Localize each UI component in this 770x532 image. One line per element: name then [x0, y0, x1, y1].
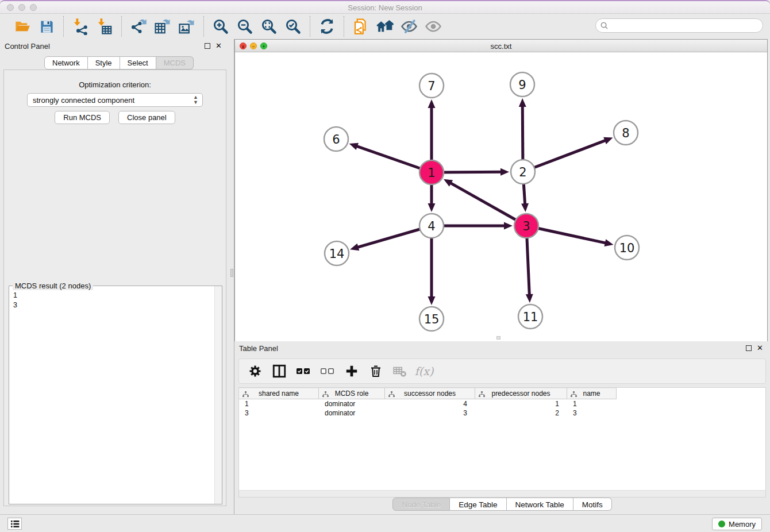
- mcds-result-line: 1: [13, 291, 214, 300]
- svg-text:10: 10: [619, 241, 635, 255]
- search-input[interactable]: [595, 18, 763, 33]
- fx-label: f(x): [415, 365, 434, 377]
- graph-node-3[interactable]: 3: [514, 214, 538, 238]
- zoom-in-icon[interactable]: [211, 17, 230, 36]
- column-header-shared-name[interactable]: shared name: [239, 388, 319, 399]
- mcds-result-title: MCDS result (2 nodes): [13, 282, 93, 290]
- graph-node-14[interactable]: 14: [325, 241, 349, 265]
- close-table-panel-icon[interactable]: ✕: [757, 344, 763, 352]
- graph-node-1[interactable]: 1: [419, 160, 444, 184]
- network-graph[interactable]: 7968124314101511: [235, 52, 767, 341]
- graph-arrowhead-1-2: [500, 168, 509, 176]
- import-table-icon[interactable]: [95, 17, 114, 36]
- graph-node-7[interactable]: 7: [419, 74, 444, 98]
- table-cell[interactable]: 2: [475, 408, 567, 418]
- app-titlebar: Session: New Session: [0, 1, 770, 14]
- column-header-MCDS-role[interactable]: MCDS role: [319, 388, 385, 399]
- table-header-row: shared nameMCDS rolesuccessor nodesprede…: [239, 388, 765, 399]
- task-history-button[interactable]: [7, 518, 22, 530]
- panel-splitter[interactable]: [230, 39, 234, 514]
- table-cell[interactable]: dominator: [319, 399, 385, 408]
- close-panel-button[interactable]: Close panel: [118, 111, 175, 124]
- float-panel-icon[interactable]: [205, 43, 210, 49]
- optimization-criterion-select[interactable]: strongly connected component ▲▼: [27, 93, 203, 107]
- graph-arrowhead-2-9: [519, 98, 526, 107]
- network-window-titlebar[interactable]: x − + scc.txt: [235, 40, 767, 52]
- tab-mcds[interactable]: MCDS: [156, 56, 194, 70]
- add-column-icon[interactable]: [342, 362, 361, 380]
- zoom-selected-icon[interactable]: [283, 17, 303, 36]
- table-cell[interactable]: dominator: [319, 408, 385, 418]
- graph-node-6[interactable]: 6: [324, 127, 348, 151]
- column-header-name[interactable]: name: [567, 388, 617, 399]
- graph-node-4[interactable]: 4: [419, 214, 444, 238]
- table-row[interactable]: 1dominator411: [239, 399, 765, 408]
- tab-network[interactable]: Network: [44, 56, 88, 70]
- graph-node-11[interactable]: 11: [518, 304, 542, 329]
- zoom-fit-icon[interactable]: [259, 17, 279, 36]
- float-table-panel-icon[interactable]: [746, 345, 752, 351]
- deselect-all-icon[interactable]: [318, 362, 337, 380]
- export-network-icon[interactable]: [129, 17, 148, 36]
- table-cell[interactable]: 3: [239, 408, 319, 418]
- select-stepper-icon: ▲▼: [193, 95, 198, 105]
- tab-motifs[interactable]: Motifs: [573, 498, 612, 511]
- splitter-handle-icon[interactable]: [230, 269, 233, 277]
- svg-text:15: 15: [424, 313, 440, 326]
- graph-node-10[interactable]: 10: [615, 236, 639, 260]
- status-bar: Memory: [0, 514, 770, 532]
- graph-node-15[interactable]: 15: [419, 307, 444, 331]
- column-visibility-icon[interactable]: [270, 362, 288, 380]
- zoom-out-icon[interactable]: [235, 17, 255, 36]
- import-network-icon[interactable]: [71, 17, 90, 36]
- network-resize-handle-icon[interactable]: [496, 336, 500, 340]
- tab-style[interactable]: Style: [88, 56, 120, 70]
- optimization-criterion-value: strongly connected component: [33, 96, 134, 105]
- tab-select[interactable]: Select: [120, 56, 156, 70]
- mcds-result-list[interactable]: 13: [9, 291, 214, 310]
- table-cell[interactable]: 1: [567, 399, 617, 408]
- memory-label: Memory: [729, 520, 756, 529]
- control-panel-tabs: NetworkStyleSelectMCDS: [44, 56, 194, 70]
- table-tabs: Node TableEdge TableNetwork TableMotifs: [234, 498, 770, 511]
- run-mcds-button[interactable]: Run MCDS: [55, 111, 110, 124]
- graph-arrowhead-3-10: [605, 239, 614, 246]
- svg-text:3: 3: [522, 219, 530, 233]
- save-session-icon[interactable]: [37, 17, 56, 36]
- close-panel-icon[interactable]: ✕: [215, 41, 222, 50]
- svg-text:6: 6: [332, 133, 340, 147]
- graph-edge-2-8[interactable]: [523, 140, 606, 172]
- table-cell[interactable]: 1: [239, 399, 319, 408]
- column-header-successor-nodes[interactable]: successor nodes: [385, 388, 475, 399]
- graph-arrowhead-4-15: [428, 296, 436, 305]
- table-cell[interactable]: 4: [385, 399, 475, 408]
- graph-node-2[interactable]: 2: [511, 160, 535, 184]
- column-header-predecessor-nodes[interactable]: predecessor nodes: [475, 388, 567, 399]
- table-cell[interactable]: 3: [385, 408, 475, 418]
- memory-button[interactable]: Memory: [712, 518, 762, 530]
- graph-edge-3-1[interactable]: [450, 183, 526, 226]
- apply-layout-icon[interactable]: [317, 17, 337, 36]
- settings-gear-icon[interactable]: [246, 362, 264, 380]
- export-image-icon[interactable]: [177, 17, 197, 36]
- table-cell[interactable]: 3: [567, 408, 617, 418]
- network-canvas[interactable]: 7968124314101511: [235, 52, 767, 341]
- tab-network-table[interactable]: Network Table: [507, 498, 573, 511]
- graph-node-8[interactable]: 8: [614, 121, 638, 145]
- delete-column-icon[interactable]: [367, 362, 385, 380]
- table-hscrollbar[interactable]: [239, 490, 765, 497]
- open-file-icon[interactable]: [13, 17, 32, 36]
- select-all-icon[interactable]: [294, 362, 313, 380]
- hide-selected-icon[interactable]: [399, 17, 419, 36]
- list-icon: [10, 520, 20, 528]
- export-table-icon[interactable]: [153, 17, 172, 36]
- svg-text:8: 8: [622, 126, 629, 140]
- tab-edge-table[interactable]: Edge Table: [450, 498, 506, 511]
- result-scrollbar[interactable]: [214, 286, 222, 504]
- tab-node-table[interactable]: Node Table: [392, 498, 450, 511]
- table-row[interactable]: 3dominator323: [239, 408, 765, 418]
- table-cell[interactable]: 1: [475, 399, 567, 408]
- first-neighbors-icon[interactable]: [375, 17, 395, 36]
- copy-network-icon[interactable]: [351, 17, 371, 36]
- graph-node-9[interactable]: 9: [510, 72, 534, 97]
